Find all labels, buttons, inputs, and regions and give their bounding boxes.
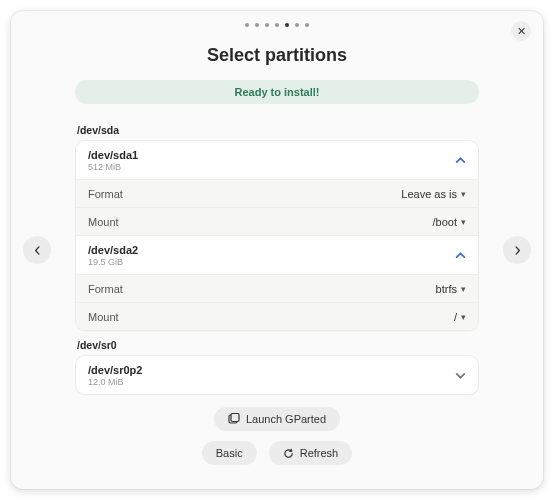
progress-dot xyxy=(305,23,309,27)
partition-name: /dev/sda1 xyxy=(88,149,138,161)
refresh-button[interactable]: Refresh xyxy=(269,441,353,465)
row-value: Leave as is xyxy=(401,188,457,200)
button-label: Basic xyxy=(216,447,243,459)
row-label: Mount xyxy=(88,216,119,228)
button-label: Refresh xyxy=(300,447,339,459)
refresh-icon xyxy=(283,448,294,459)
disk-label: /dev/sda xyxy=(77,124,479,136)
basic-button[interactable]: Basic xyxy=(202,441,257,465)
mount-dropdown[interactable]: /boot ▾ xyxy=(433,216,466,228)
partition-size: 12.0 MiB xyxy=(88,377,142,387)
chevron-down-icon xyxy=(455,370,466,381)
bottom-actions: Basic Refresh xyxy=(75,441,479,465)
chevron-right-icon xyxy=(513,246,522,255)
disk-card: /dev/sr0p2 12.0 MiB xyxy=(75,355,479,395)
caret-down-icon: ▾ xyxy=(461,189,466,199)
next-button[interactable] xyxy=(503,236,531,264)
mount-dropdown[interactable]: / ▾ xyxy=(454,311,466,323)
mount-row[interactable]: Mount /boot ▾ xyxy=(76,208,478,236)
status-text: Ready to install! xyxy=(235,86,320,98)
partition-header[interactable]: /dev/sda2 19.5 GiB xyxy=(76,236,478,275)
row-label: Mount xyxy=(88,311,119,323)
partition-header[interactable]: /dev/sr0p2 12.0 MiB xyxy=(76,356,478,394)
chevron-left-icon xyxy=(33,246,42,255)
chevron-up-icon xyxy=(455,250,466,261)
disk-label: /dev/sr0 xyxy=(77,339,479,351)
close-icon: ✕ xyxy=(517,25,526,38)
format-dropdown[interactable]: Leave as is ▾ xyxy=(401,188,466,200)
progress-dot xyxy=(275,23,279,27)
format-row[interactable]: Format btrfs ▾ xyxy=(76,275,478,303)
disk-card: /dev/sda1 512 MiB Format Leave as is ▾ M… xyxy=(75,140,479,331)
partition-name: /dev/sr0p2 xyxy=(88,364,142,376)
svg-rect-1 xyxy=(231,414,239,422)
progress-dots xyxy=(11,11,543,27)
launch-gparted-button[interactable]: Launch GParted xyxy=(214,407,340,431)
partition-size: 19.5 GiB xyxy=(88,257,138,267)
row-value: / xyxy=(454,311,457,323)
chevron-up-icon xyxy=(455,155,466,166)
progress-dot-active xyxy=(285,23,289,27)
progress-dot xyxy=(265,23,269,27)
caret-down-icon: ▾ xyxy=(461,284,466,294)
progress-dot xyxy=(245,23,249,27)
installer-window: ✕ Select partitions Ready to install! /d… xyxy=(11,11,543,489)
partition-size: 512 MiB xyxy=(88,162,138,172)
button-label: Launch GParted xyxy=(246,413,326,425)
partition-name: /dev/sda2 xyxy=(88,244,138,256)
caret-down-icon: ▾ xyxy=(461,312,466,322)
row-value: btrfs xyxy=(436,283,457,295)
row-label: Format xyxy=(88,283,123,295)
caret-down-icon: ▾ xyxy=(461,217,466,227)
format-dropdown[interactable]: btrfs ▾ xyxy=(436,283,466,295)
partition-header[interactable]: /dev/sda1 512 MiB xyxy=(76,141,478,180)
progress-dot xyxy=(255,23,259,27)
prev-button[interactable] xyxy=(23,236,51,264)
partition-content: /dev/sda /dev/sda1 512 MiB Format Leave … xyxy=(11,104,543,465)
format-row[interactable]: Format Leave as is ▾ xyxy=(76,180,478,208)
close-button[interactable]: ✕ xyxy=(511,21,531,41)
page-title: Select partitions xyxy=(11,45,543,66)
gparted-row: Launch GParted xyxy=(75,407,479,431)
progress-dot xyxy=(295,23,299,27)
mount-row[interactable]: Mount / ▾ xyxy=(76,303,478,330)
disk-icon xyxy=(228,413,240,425)
row-value: /boot xyxy=(433,216,457,228)
status-badge: Ready to install! xyxy=(75,80,479,104)
row-label: Format xyxy=(88,188,123,200)
